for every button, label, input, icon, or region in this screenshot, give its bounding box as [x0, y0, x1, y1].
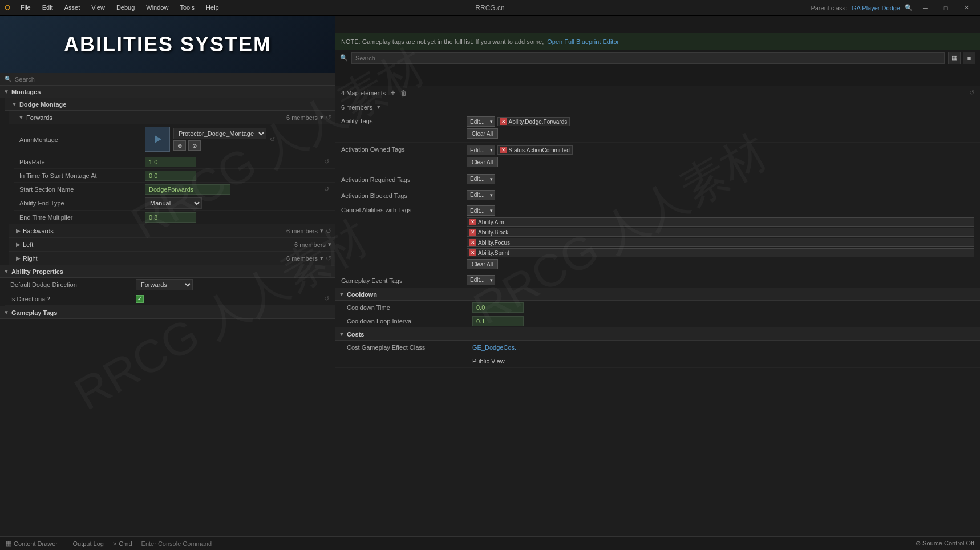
cmd-item[interactable]: > Cmd — [113, 540, 132, 547]
forwards-container: ▼ Forwards 6 members ▾ ↺ AnimMontage — [5, 111, 335, 224]
ability-block-remove[interactable]: ✕ — [469, 229, 476, 236]
start-section-input[interactable] — [145, 184, 230, 195]
ability-focus-label: Ability.Focus — [478, 240, 510, 246]
costs-section-header[interactable]: ▼ Costs — [335, 328, 980, 341]
forwards-header[interactable]: ▼ Forwards 6 members ▾ ↺ — [9, 111, 335, 124]
status-action-remove[interactable]: ✕ — [500, 147, 507, 153]
in-time-input[interactable] — [145, 171, 196, 181]
backwards-label: Backwards — [23, 228, 54, 234]
gameplay-event-edit-btn[interactable]: Edit... — [467, 275, 488, 285]
montage-clear-btn[interactable]: ⊘ — [188, 140, 201, 151]
menu-file[interactable]: File — [15, 2, 37, 14]
activation-owned-clear-all[interactable]: Clear All — [467, 157, 498, 167]
ability-focus-remove[interactable]: ✕ — [469, 239, 476, 246]
backwards-reset[interactable]: ↺ — [326, 227, 331, 235]
ability-tags-dd-arrow[interactable]: ▾ — [488, 116, 495, 127]
start-section-reset[interactable]: ↺ — [324, 185, 329, 193]
right-reset[interactable]: ↺ — [326, 254, 331, 262]
activation-required-prop: Activation Required Tags Edit... ▾ — [335, 171, 980, 187]
activation-required-dd-arrow[interactable]: ▾ — [488, 174, 495, 184]
costs-section: ▼ Costs Cost Gameplay Effect Class GE_Do… — [335, 328, 980, 368]
menu-ue-icon[interactable]: ⬡ — [0, 2, 15, 14]
map-reset-btn[interactable]: ↺ — [969, 89, 974, 96]
output-log-item[interactable]: ≡ Output Log — [67, 540, 104, 547]
menu-help[interactable]: Help — [200, 2, 225, 14]
map-elements-header: 4 Map elements + 🗑 ↺ — [335, 86, 980, 100]
in-time-label: In Time To Start Montage At — [19, 172, 145, 179]
end-time-input[interactable] — [145, 212, 196, 223]
left-search-input[interactable] — [15, 76, 330, 83]
menu-tools[interactable]: Tools — [174, 2, 200, 14]
activation-required-edit-btn[interactable]: Edit... — [467, 174, 488, 184]
play-rate-input[interactable] — [145, 157, 196, 167]
grid-view-button[interactable]: ▦ — [948, 52, 961, 64]
cancel-abilities-clear-all[interactable]: Clear All — [467, 259, 498, 269]
source-control-item[interactable]: ⊘ Source Control Off — [916, 540, 974, 547]
gameplay-event-dd-arrow[interactable]: ▾ — [488, 275, 495, 285]
cancel-abilities-dd-arrow[interactable]: ▾ — [488, 205, 495, 216]
gameplay-tags-header[interactable]: ▼ Gameplay Tags — [0, 306, 335, 319]
cooldown-section-header[interactable]: ▼ Cooldown — [335, 288, 980, 301]
delete-element-button[interactable]: 🗑 — [400, 89, 407, 97]
forwards-chevron: ▾ — [320, 114, 323, 121]
ability-sprint-tag: ✕ Ability.Sprint — [467, 248, 974, 257]
add-element-button[interactable]: + — [390, 88, 395, 98]
ability-aim-label: Ability.Aim — [478, 219, 504, 225]
minimize-button[interactable]: ─ — [917, 0, 933, 16]
montage-reset-btn[interactable]: ↺ — [270, 136, 275, 143]
ability-tags-clear-all[interactable]: Clear All — [467, 128, 498, 139]
backwards-header[interactable]: ▶ Backwards 6 members ▾ ↺ — [9, 224, 335, 238]
ability-end-select[interactable]: Manual — [145, 197, 202, 209]
activation-owned-dd-arrow[interactable]: ▾ — [488, 145, 495, 155]
left-header[interactable]: ▶ Left 6 members ▾ — [9, 238, 335, 252]
right-search-container: 🔍 ▦ ≡ — [335, 50, 980, 66]
is-directional-reset[interactable]: ↺ — [324, 295, 329, 302]
forwards-reset[interactable]: ↺ — [326, 114, 331, 122]
right-search-input[interactable] — [351, 52, 945, 64]
menu-view[interactable]: View — [86, 2, 111, 14]
montage-image-container: Protector_Dodge_Montage ⊕ ⊘ ↺ — [145, 126, 275, 153]
left-dir-container: ▶ Left 6 members ▾ — [5, 238, 335, 252]
activation-blocked-dd-arrow[interactable]: ▾ — [488, 190, 495, 200]
list-view-button[interactable]: ≡ — [963, 52, 975, 64]
cooldown-time-input[interactable] — [472, 302, 524, 313]
right-expand-arrow: ▶ — [16, 255, 21, 261]
right-controls: 6 members ▾ ↺ — [286, 254, 331, 262]
menu-window[interactable]: Window — [140, 2, 174, 14]
play-rate-row: PlayRate ↺ — [14, 155, 335, 169]
cost-class-value: GE_DodgeCos... — [472, 344, 974, 351]
ability-dodge-fwd-remove[interactable]: ✕ — [500, 118, 507, 125]
is-directional-checkbox[interactable]: ✓ — [136, 295, 144, 303]
activation-blocked-edit-btn[interactable]: Edit... — [467, 190, 488, 200]
activation-required-value: Edit... ▾ — [467, 174, 974, 184]
ability-props-header[interactable]: ▼ Ability Properties — [0, 265, 335, 278]
restore-button[interactable]: □ — [938, 0, 954, 16]
menu-edit[interactable]: Edit — [37, 2, 59, 14]
right-header[interactable]: ▶ Right 6 members ▾ ↺ — [9, 252, 335, 265]
montage-select[interactable]: Protector_Dodge_Montage — [173, 128, 266, 139]
ability-tags-edit-btn[interactable]: Edit... — [467, 116, 488, 127]
menu-debug[interactable]: Debug — [111, 2, 140, 14]
play-rate-value — [145, 157, 322, 167]
activation-owned-edit-btn[interactable]: Edit... — [467, 145, 488, 155]
cooldown-loop-input[interactable] — [472, 316, 524, 326]
left-chevron: ▾ — [328, 241, 331, 248]
ability-tags-prop: Ability Tags Edit... ▾ ✕ Ability.Dodge.F… — [335, 114, 980, 143]
montage-browse-btn[interactable]: ⊕ — [173, 140, 186, 151]
close-button[interactable]: ✕ — [958, 0, 974, 16]
dodge-montage-header[interactable]: ▼ Dodge Montage — [5, 98, 335, 111]
ability-aim-remove[interactable]: ✕ — [469, 219, 476, 225]
play-rate-reset[interactable]: ↺ — [324, 158, 329, 165]
content-drawer-item[interactable]: ▦ Content Drawer — [6, 540, 58, 547]
gameplay-tags-expand: ▼ — [3, 309, 9, 316]
console-input[interactable] — [141, 540, 256, 547]
search-icon[interactable]: 🔍 — [905, 4, 913, 11]
montages-section-header[interactable]: ▼ Montages — [0, 86, 335, 98]
menu-asset[interactable]: Asset — [59, 2, 86, 14]
ability-sprint-remove[interactable]: ✕ — [469, 249, 476, 256]
default-dodge-select[interactable]: Forwards — [136, 279, 193, 290]
blueprint-editor-link[interactable]: Open Full Blueprint Editor — [547, 38, 619, 45]
ability-aim-tag: ✕ Ability.Aim — [467, 217, 974, 227]
cancel-abilities-edit-btn[interactable]: Edit... — [467, 205, 488, 216]
cost-class-text: GE_DodgeCos... — [472, 344, 520, 351]
